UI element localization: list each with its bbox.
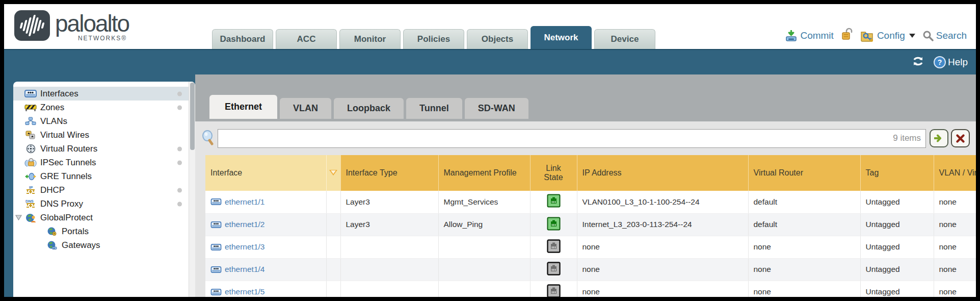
apply-filter-button[interactable] xyxy=(930,129,948,147)
tab-acc[interactable]: ACC xyxy=(276,29,337,49)
interfaces-table: Interface Interface Type Management Prof… xyxy=(205,155,976,297)
col-management-profile[interactable]: Management Profile xyxy=(438,155,530,191)
refresh-icon[interactable] xyxy=(911,56,925,69)
brand-name: paloalto xyxy=(55,10,129,37)
vlan-cell: none xyxy=(934,213,976,236)
search-icon xyxy=(922,30,934,41)
vlan-cell: none xyxy=(934,236,976,258)
table-row: ethernet1/4 none none Untagged none xyxy=(205,258,976,281)
table-row: ethernet1/2 Layer3 Allow_Ping Internet_L… xyxy=(205,213,976,236)
tag-cell: Untagged xyxy=(860,258,934,281)
sidebar-item-virtual-wires[interactable]: Virtual Wires xyxy=(13,128,195,142)
tag-cell: Untagged xyxy=(860,236,934,258)
interface-link[interactable]: ethernet1/1 xyxy=(210,197,321,207)
gre-tunnels-icon xyxy=(24,172,37,181)
sidebar-item-zones[interactable]: Zones xyxy=(13,101,195,114)
link-state-down-icon xyxy=(547,291,561,297)
status-dot xyxy=(177,188,182,192)
interface-link[interactable]: ethernet1/4 xyxy=(210,265,321,274)
expander-triangle-icon[interactable] xyxy=(15,213,22,223)
commit-button[interactable]: Commit xyxy=(785,29,833,42)
sidebar-scrollbar[interactable] xyxy=(189,82,195,297)
link-state-down-icon xyxy=(547,246,561,255)
interface-type-cell xyxy=(340,236,438,258)
tab-dashboard[interactable]: Dashboard xyxy=(212,29,273,49)
tab-objects[interactable]: Objects xyxy=(467,29,528,49)
sidebar-item-globalprotect[interactable]: GlobalProtect xyxy=(13,211,195,224)
sidebar-item-dhcp[interactable]: IP DHCP xyxy=(13,183,195,197)
sidebar-item-gre-tunnels[interactable]: GRE Tunnels xyxy=(13,169,195,183)
status-dot xyxy=(177,105,182,110)
filter-input[interactable] xyxy=(218,129,926,148)
dns-proxy-icon: DNS xyxy=(24,199,37,209)
main-nav-tabs: Dashboard ACC Monitor Policies Objects N… xyxy=(212,26,658,49)
top-actions: Commit Config xyxy=(785,28,967,43)
main-area: Ethernet VLAN Loopback Tunnel SD-WAN 9 i… xyxy=(195,74,976,297)
lock-icon[interactable] xyxy=(841,28,853,43)
col-virtual-router[interactable]: Virtual Router xyxy=(748,155,860,191)
tab-monitor[interactable]: Monitor xyxy=(339,29,401,49)
ip-address-cell: Internet_L3_203-0-113-254--24 xyxy=(577,213,748,236)
tab-network[interactable]: Network xyxy=(531,26,592,49)
table-row: ethernet1/3 none none Untagged none xyxy=(205,236,976,258)
link-state-up-icon xyxy=(547,200,561,209)
tab-vlan[interactable]: VLAN xyxy=(280,98,331,119)
col-vlan-virtual-wire[interactable]: VLAN / Virtual Wire xyxy=(934,155,976,191)
top-bar: paloalto NETWORKS® Dashboard ACC Monitor… xyxy=(4,4,976,49)
status-dot xyxy=(177,160,182,165)
clear-x-icon xyxy=(956,134,965,143)
status-dot xyxy=(177,146,182,151)
network-sidebar: Interfaces Zones VLANs xyxy=(13,82,195,297)
scrollbar-thumb[interactable] xyxy=(190,83,195,150)
sidebar-item-portals[interactable]: Portals xyxy=(13,224,195,238)
sidebar-item-interfaces[interactable]: Interfaces xyxy=(13,87,195,101)
interface-link[interactable]: ethernet1/2 xyxy=(210,220,321,229)
mgmt-profile-cell: Mgmt_Services xyxy=(438,191,530,213)
sidebar-item-ipsec-tunnels[interactable]: IPSec Tunnels xyxy=(13,156,195,169)
sidebar-item-gateways[interactable]: Gateways xyxy=(13,238,195,252)
status-dot xyxy=(177,202,182,206)
config-menu[interactable]: Config xyxy=(860,29,915,42)
svg-text:IP: IP xyxy=(29,185,33,190)
tab-tunnel[interactable]: Tunnel xyxy=(406,98,462,119)
clear-filter-button[interactable] xyxy=(951,129,970,147)
content-region: Interfaces Zones VLANs xyxy=(4,74,976,297)
col-tag[interactable]: Tag xyxy=(860,155,934,191)
col-interface-type[interactable]: Interface Type xyxy=(340,155,438,191)
sidebar-item-dns-proxy[interactable]: DNS DNS Proxy xyxy=(13,197,195,211)
search-button[interactable]: Search xyxy=(922,30,967,41)
filter-search-icon xyxy=(201,130,215,147)
tag-cell: Untagged xyxy=(860,191,934,213)
interface-link[interactable]: ethernet1/3 xyxy=(210,242,321,252)
sort-menu-button[interactable] xyxy=(326,155,340,191)
interface-link[interactable]: ethernet1/5 xyxy=(210,287,321,296)
col-interface[interactable]: Interface xyxy=(205,155,326,191)
table-row: ethernet1/1 Layer3 Mgmt_Services VLAN010… xyxy=(205,191,976,213)
help-button[interactable]: ? Help xyxy=(933,56,968,69)
mgmt-profile-cell: Allow_Ping xyxy=(438,213,530,236)
virtual-wires-icon xyxy=(24,131,37,140)
interfaces-icon xyxy=(24,89,37,98)
virtual-router-cell: none xyxy=(748,236,860,258)
ethernet-panel: 9 items Interface xyxy=(195,121,976,297)
virtual-router-cell: default xyxy=(748,213,860,236)
tab-loopback[interactable]: Loopback xyxy=(334,98,404,119)
sidebar-item-virtual-routers[interactable]: Virtual Routers xyxy=(13,142,195,156)
vlan-cell: none xyxy=(934,281,976,297)
tab-device[interactable]: Device xyxy=(594,29,655,49)
paloalto-logo: paloalto NETWORKS® xyxy=(14,10,129,42)
virtual-router-cell: none xyxy=(748,258,860,281)
link-state-down-icon xyxy=(547,268,561,277)
tab-sdwan[interactable]: SD-WAN xyxy=(465,98,528,119)
screenshot-frame: paloalto NETWORKS® Dashboard ACC Monitor… xyxy=(0,0,980,301)
tab-policies[interactable]: Policies xyxy=(403,29,464,49)
table-row: ethernet1/5 none none Untagged none xyxy=(205,281,976,297)
filter-row: 9 items xyxy=(195,121,976,155)
col-link-state[interactable]: Link State xyxy=(530,155,577,191)
virtual-routers-icon xyxy=(24,144,37,154)
help-icon: ? xyxy=(933,56,946,69)
tab-ethernet[interactable]: Ethernet xyxy=(209,95,277,119)
sidebar-item-vlans[interactable]: VLANs xyxy=(13,114,195,128)
col-ip-address[interactable]: IP Address xyxy=(577,155,748,191)
virtual-router-cell: none xyxy=(748,281,860,297)
